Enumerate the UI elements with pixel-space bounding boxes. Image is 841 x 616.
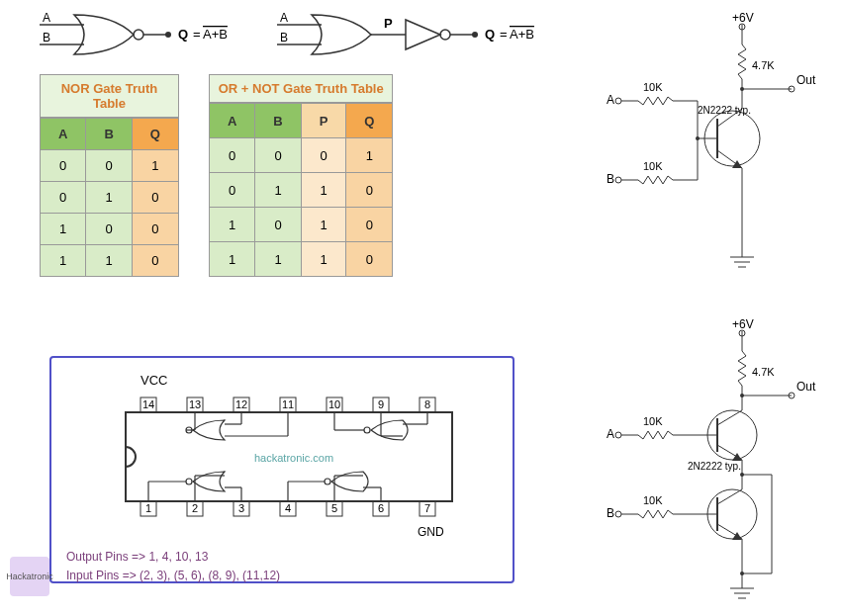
output-q: Q — [485, 27, 495, 42]
svg-text:5: 5 — [331, 502, 337, 514]
nor-truth-table: NOR Gate Truth Table A B Q 001 010 100 1… — [40, 74, 179, 277]
svg-text:B: B — [607, 506, 614, 520]
svg-text:B: B — [607, 172, 614, 186]
brand-logo: Hackatronic — [10, 557, 49, 596]
svg-point-2 — [134, 30, 143, 40]
svg-text:3: 3 — [238, 502, 244, 514]
svg-point-136 — [740, 572, 744, 575]
output-q: Q — [178, 27, 188, 42]
svg-point-63 — [325, 479, 330, 484]
svg-point-127 — [615, 511, 621, 517]
input-b-label: B — [43, 31, 50, 44]
svg-text:8: 8 — [424, 398, 430, 410]
nor-table-title: NOR Gate Truth Table — [40, 74, 179, 118]
svg-text:12: 12 — [235, 398, 247, 410]
nor-gate-icon: A B Q = A+B — [40, 10, 237, 59]
svg-text:10K: 10K — [643, 415, 663, 427]
svg-text:Out: Out — [796, 380, 816, 394]
logo-text: Hackatronic — [6, 572, 53, 581]
svg-point-11 — [472, 32, 478, 38]
circuit1-icon: +6V 4.7K Out 2N2222 typ. A 10K B 10K — [604, 10, 821, 287]
svg-text:2N2222
typ.: 2N2222 typ. — [698, 105, 751, 116]
svg-point-92 — [615, 177, 621, 183]
vcc-label: VCC — [140, 373, 167, 388]
watermark-text: hackatronic.com — [254, 452, 333, 464]
transistor-circuit-2: +6V 4.7K Out 2N2222 typ. A 10K B — [604, 316, 821, 616]
svg-point-49 — [364, 427, 370, 433]
svg-text:+6V: +6V — [732, 317, 754, 331]
svg-text:=: = — [500, 27, 508, 42]
mid-p: P — [384, 16, 393, 31]
output-pins-text: Output Pins => 1, 4, 10, 13 — [66, 550, 498, 564]
svg-point-56 — [186, 479, 192, 484]
ic-pinout-icon: VCC 14 13 12 11 10 9 8 1 2 3 4 5 6 7 — [66, 373, 502, 541]
input-a-label: A — [280, 11, 288, 25]
expr-rhs: A+B — [203, 27, 228, 42]
gnd-label: GND — [418, 525, 444, 539]
col-q: Q — [346, 104, 393, 138]
ic-pinout-box: VCC 14 13 12 11 10 9 8 1 2 3 4 5 6 7 — [49, 356, 514, 583]
col-p: P — [301, 104, 346, 138]
svg-text:A: A — [607, 93, 614, 107]
svg-text:4.7K: 4.7K — [752, 59, 775, 71]
svg-text:10: 10 — [328, 398, 340, 410]
svg-point-117 — [615, 432, 621, 438]
svg-text:13: 13 — [189, 398, 201, 410]
col-b: B — [255, 104, 301, 138]
svg-text:9: 9 — [378, 398, 384, 410]
svg-point-85 — [615, 98, 621, 104]
svg-text:7: 7 — [424, 502, 430, 514]
svg-text:1: 1 — [145, 502, 151, 514]
svg-text:2: 2 — [192, 502, 198, 514]
input-pins-text: Input Pins => (2, 3), (5, 6), (8, 9), (1… — [66, 569, 498, 582]
svg-text:4: 4 — [285, 502, 291, 514]
svg-text:4.7K: 4.7K — [752, 366, 775, 378]
svg-text:6: 6 — [378, 502, 384, 514]
svg-text:10K: 10K — [643, 494, 663, 506]
ornot-table-title: OR + NOT Gate Truth Table — [209, 74, 394, 103]
nor-gate-symbol: A B Q = A+B — [40, 10, 237, 59]
svg-text:11: 11 — [282, 398, 294, 410]
svg-text:10K: 10K — [643, 81, 663, 93]
svg-point-4 — [165, 32, 171, 38]
svg-point-97 — [696, 136, 700, 140]
col-a: A — [209, 104, 254, 138]
svg-text:14: 14 — [142, 398, 154, 410]
svg-text:+6V: +6V — [732, 11, 754, 25]
svg-text:2N2222
typ.: 2N2222 typ. — [688, 461, 741, 472]
col-b: B — [86, 119, 132, 150]
svg-text:A: A — [607, 427, 614, 441]
transistor-circuit-1: +6V 4.7K Out 2N2222 typ. A 10K B 10K — [604, 10, 821, 290]
ornot-truth-table: OR + NOT Gate Truth Table A B P Q 0001 0… — [209, 74, 394, 277]
or-not-gate-symbol: A B P Q = A+B — [277, 10, 554, 59]
col-q: Q — [132, 119, 178, 150]
svg-text:10K: 10K — [643, 160, 663, 172]
circuit2-icon: +6V 4.7K Out 2N2222 typ. A 10K B — [604, 316, 821, 613]
svg-point-134 — [740, 473, 744, 477]
expr-rhs: A+B — [510, 27, 534, 42]
col-a: A — [41, 119, 86, 150]
svg-text:Out: Out — [796, 73, 816, 87]
or-not-gate-icon: A B P Q = A+B — [277, 10, 554, 59]
input-b-label: B — [280, 31, 288, 44]
input-a-label: A — [43, 11, 50, 25]
svg-text:=: = — [193, 27, 201, 42]
